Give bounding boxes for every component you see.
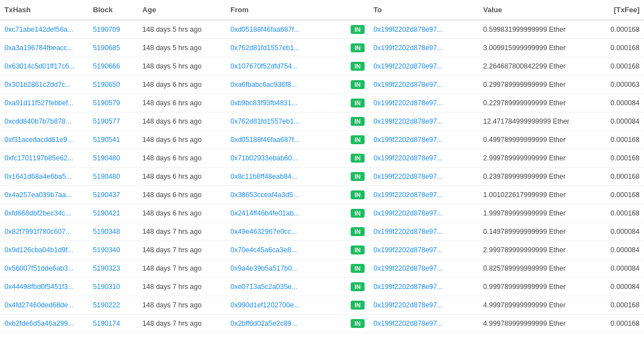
cell-to[interactable]: 0x199f2202d878e97... xyxy=(369,20,479,39)
to-link[interactable]: 0x199f2202d878e97... xyxy=(373,154,443,162)
from-link[interactable]: 0x762d81fd1557eb1... xyxy=(230,44,299,52)
block-link[interactable]: 5190222 xyxy=(93,301,120,309)
to-link[interactable]: 0x199f2202d878e97... xyxy=(373,81,443,89)
block-link[interactable]: 5190577 xyxy=(93,117,120,125)
from-link[interactable]: 0xb9bc83f93fb4831... xyxy=(230,99,297,107)
block-link[interactable]: 5190666 xyxy=(93,62,120,70)
txhash-link[interactable]: 0xfd668dbf2bec34c... xyxy=(4,209,71,217)
cell-to[interactable]: 0x199f2202d878e97... xyxy=(369,94,479,112)
cell-from[interactable]: 0x762d81fd1557eb1... xyxy=(226,112,346,131)
cell-txhash[interactable]: 0x56007f51dde6ab3... xyxy=(0,259,89,278)
cell-to[interactable]: 0x199f2202d878e97... xyxy=(369,241,479,259)
from-link[interactable]: 0xd05188f46faa687f... xyxy=(230,136,299,144)
block-link[interactable]: 5190480 xyxy=(93,173,120,180)
block-link[interactable]: 5190340 xyxy=(93,246,120,254)
to-link[interactable]: 0x199f2202d878e97... xyxy=(373,209,443,217)
cell-from[interactable]: 0x71b02933ebab60... xyxy=(226,149,346,168)
cell-to[interactable]: 0x199f2202d878e97... xyxy=(369,39,479,57)
cell-to[interactable]: 0x199f2202d878e97... xyxy=(369,76,479,94)
block-link[interactable]: 5190437 xyxy=(93,191,120,199)
cell-block[interactable]: 5190709 xyxy=(89,20,138,39)
cell-txhash[interactable]: 0x9d126cba04b1d9f... xyxy=(0,241,89,259)
cell-from[interactable]: 0x8c11b8ff48eab84... xyxy=(226,168,346,186)
to-link[interactable]: 0x199f2202d878e97... xyxy=(373,283,443,291)
block-link[interactable]: 5190579 xyxy=(93,99,120,107)
cell-from[interactable]: 0x990d1ef1202700e... xyxy=(226,296,346,315)
cell-from[interactable]: 0x2414ff46b4fe01ab... xyxy=(226,204,346,223)
cell-block[interactable]: 5190579 xyxy=(89,94,138,112)
cell-to[interactable]: 0x199f2202d878e97... xyxy=(369,57,479,76)
to-link[interactable]: 0x199f2202d878e97... xyxy=(373,228,443,236)
cell-to[interactable]: 0x199f2202d878e97... xyxy=(369,223,479,241)
from-link[interactable]: 0xa6fbabc6ac936f8... xyxy=(230,81,297,89)
cell-txhash[interactable]: 0xc71abe142def56a... xyxy=(0,20,89,39)
from-link[interactable]: 0xd05188f46faa687f... xyxy=(230,26,299,33)
cell-from[interactable]: 0xa6fbabc6ac936f8... xyxy=(226,76,346,94)
cell-block[interactable]: 5190541 xyxy=(89,131,138,149)
block-link[interactable]: 5190421 xyxy=(93,209,120,217)
cell-block[interactable]: 5190421 xyxy=(89,204,138,223)
cell-txhash[interactable]: 0xfd668dbf2bec34c... xyxy=(0,204,89,223)
from-link[interactable]: 0xe0713a5c2a035e... xyxy=(230,283,297,291)
cell-txhash[interactable]: 0xb2fde6d5a46a299... xyxy=(0,315,89,333)
txhash-link[interactable]: 0x63014c5d01ff17c6... xyxy=(4,62,75,70)
cell-from[interactable]: 0x2bff6d02a5e2c89... xyxy=(226,315,346,333)
cell-block[interactable]: 5190174 xyxy=(89,315,138,333)
block-link[interactable]: 5190310 xyxy=(93,283,120,291)
cell-to[interactable]: 0x199f2202d878e97... xyxy=(369,131,479,149)
txhash-link[interactable]: 0x9d126cba04b1d9f... xyxy=(4,246,73,254)
from-link[interactable]: 0x762d81fd1557eb1... xyxy=(230,117,299,125)
cell-to[interactable]: 0x199f2202d878e97... xyxy=(369,186,479,204)
cell-block[interactable]: 5190685 xyxy=(89,39,138,57)
cell-txhash[interactable]: 0x301b2861c2dd7c... xyxy=(0,76,89,94)
from-link[interactable]: 0x990d1ef1202700e... xyxy=(230,301,299,309)
txhash-link[interactable]: 0xa91d11f527febbef... xyxy=(4,99,73,107)
block-link[interactable]: 5190541 xyxy=(93,136,120,144)
block-link[interactable]: 5190323 xyxy=(93,264,120,272)
cell-txhash[interactable]: 0x4fd27460ded68de... xyxy=(0,296,89,315)
txhash-link[interactable]: 0xfc1701197b85e62... xyxy=(4,154,73,162)
txhash-link[interactable]: 0xa3a196784fbeacc... xyxy=(4,44,73,52)
cell-to[interactable]: 0x199f2202d878e97... xyxy=(369,112,479,131)
cell-from[interactable]: 0x49e4632967e0cc... xyxy=(226,223,346,241)
cell-block[interactable]: 5190348 xyxy=(89,223,138,241)
cell-to[interactable]: 0x199f2202d878e97... xyxy=(369,259,479,278)
cell-from[interactable]: 0xd05188f46faa687f... xyxy=(226,131,346,149)
block-link[interactable]: 5190685 xyxy=(93,44,120,52)
to-link[interactable]: 0x199f2202d878e97... xyxy=(373,191,443,199)
block-link[interactable]: 5190480 xyxy=(93,154,120,162)
cell-from[interactable]: 0x38653cceaf4a3d5... xyxy=(226,186,346,204)
txhash-link[interactable]: 0x301b2861c2dd7c... xyxy=(4,81,71,89)
cell-block[interactable]: 5190323 xyxy=(89,259,138,278)
cell-block[interactable]: 5190650 xyxy=(89,76,138,94)
cell-block[interactable]: 5190577 xyxy=(89,112,138,131)
cell-txhash[interactable]: 0x44498fbd0f5451f3... xyxy=(0,278,89,296)
to-link[interactable]: 0x199f2202d878e97... xyxy=(373,301,443,309)
cell-txhash[interactable]: 0x82f7991f780c607... xyxy=(0,223,89,241)
from-link[interactable]: 0x2414ff46b4fe01ab... xyxy=(230,209,299,217)
cell-from[interactable]: 0x70e4c45a6ca3e8... xyxy=(226,241,346,259)
cell-from[interactable]: 0x9a4e39b5a517b0... xyxy=(226,259,346,278)
to-link[interactable]: 0x199f2202d878e97... xyxy=(373,264,443,272)
to-link[interactable]: 0x199f2202d878e97... xyxy=(373,136,443,144)
cell-txhash[interactable]: 0xa91d11f527febbef... xyxy=(0,94,89,112)
txhash-link[interactable]: 0x4a257ea039b7aa... xyxy=(4,191,72,199)
from-link[interactable]: 0x38653cceaf4a3d5... xyxy=(230,191,299,199)
cell-to[interactable]: 0x199f2202d878e97... xyxy=(369,149,479,168)
cell-to[interactable]: 0x199f2202d878e97... xyxy=(369,296,479,315)
to-link[interactable]: 0x199f2202d878e97... xyxy=(373,246,443,254)
txhash-link[interactable]: 0x44498fbd0f5451f3... xyxy=(4,283,73,291)
txhash-link[interactable]: 0xc71abe142def56a... xyxy=(4,26,73,33)
to-link[interactable]: 0x199f2202d878e97... xyxy=(373,26,443,33)
cell-txhash[interactable]: 0x1641d68a4e6ba5... xyxy=(0,168,89,186)
cell-block[interactable]: 5190310 xyxy=(89,278,138,296)
cell-to[interactable]: 0x199f2202d878e97... xyxy=(369,204,479,223)
cell-from[interactable]: 0xb9bc83f93fb4831... xyxy=(226,94,346,112)
cell-to[interactable]: 0x199f2202d878e97... xyxy=(369,315,479,333)
from-link[interactable]: 0x9a4e39b5a517b0... xyxy=(230,264,298,272)
cell-txhash[interactable]: 0x63014c5d01ff17c6... xyxy=(0,57,89,76)
to-link[interactable]: 0x199f2202d878e97... xyxy=(373,44,443,52)
txhash-link[interactable]: 0x82f7991f780c607... xyxy=(4,228,71,236)
cell-txhash[interactable]: 0xcdd840b7b7b878... xyxy=(0,112,89,131)
block-link[interactable]: 5190348 xyxy=(93,228,120,236)
